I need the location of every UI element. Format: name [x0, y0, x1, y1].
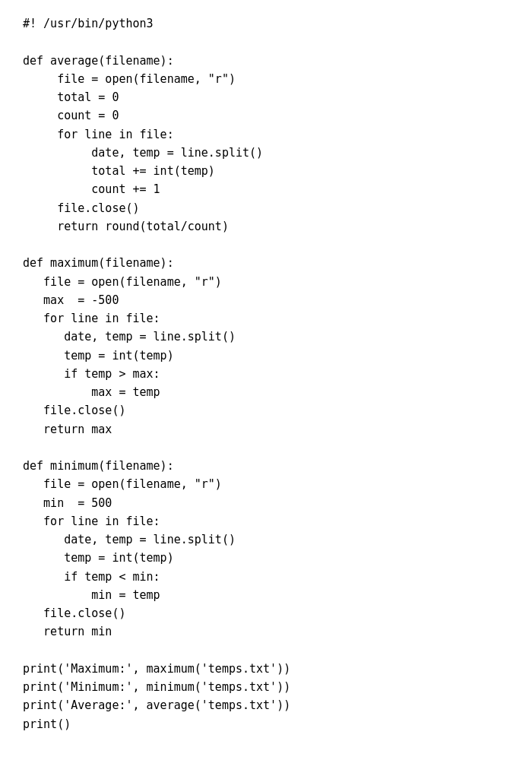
code-editor: #! /usr/bin/python3 def average(filename…	[23, 15, 509, 734]
code-content: #! /usr/bin/python3 def average(filename…	[23, 17, 290, 731]
